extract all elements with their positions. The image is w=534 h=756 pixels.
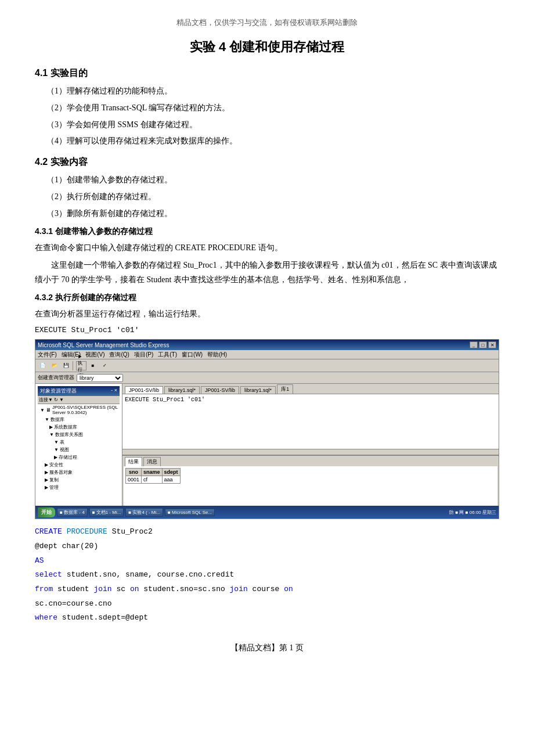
- toolbar-stop[interactable]: ■: [88, 361, 98, 370]
- code-line-2: @dept char(20): [35, 539, 499, 554]
- ss-close-btn[interactable]: ✕: [488, 341, 496, 348]
- menu-view[interactable]: 视图(V): [85, 351, 104, 359]
- menu-project[interactable]: 项目(P): [134, 351, 153, 359]
- tree-item-databases[interactable]: ▼ 数据库: [38, 416, 120, 423]
- tree-procs-icon: ▶: [54, 455, 57, 460]
- cell-sname: cf: [142, 476, 163, 484]
- section-431-heading: 4.3.1 创建带输入参数的存储过程: [35, 226, 499, 237]
- list-item-41-2: （2）学会使用 Transact-SQL 编写存储过程的方法。: [46, 101, 499, 115]
- tree-item-label: 系统数据库: [54, 424, 77, 430]
- taskbar-btn-1[interactable]: ■ 数据库 - 4: [57, 508, 88, 517]
- toolbar-save[interactable]: 💾: [61, 361, 71, 370]
- toolbar-new[interactable]: 📄: [38, 361, 48, 370]
- section-432-body: 在查询分析器里运行存储过程，输出运行结果。: [35, 307, 499, 321]
- code-line-3: AS: [35, 554, 499, 568]
- code-line-7: where student.sdept=@dept: [35, 611, 499, 625]
- ss-titlebar-buttons: _ □ ✕: [470, 341, 496, 348]
- footer: 【精品文档】第 1 页: [35, 643, 499, 653]
- kw-create: CREATE: [35, 527, 62, 536]
- toolbar-parse[interactable]: ✓: [99, 361, 110, 370]
- list-item-42-2: （2）执行所创建的存储过程。: [46, 190, 499, 204]
- results-tab-messages[interactable]: 消息: [143, 457, 161, 466]
- tree-item-tables[interactable]: ▼ 表: [38, 438, 120, 446]
- tree-item-management[interactable]: ▶ 管理: [38, 484, 120, 491]
- code-line-6: sc.cno=course.cno: [35, 597, 499, 611]
- ss-hscrollbar[interactable]: [122, 449, 499, 455]
- tree-item-server-objs[interactable]: ▶ 服务器对象: [38, 469, 120, 476]
- ss-titlebar-text: Microsoft SQL Server Management Studio E…: [38, 342, 169, 348]
- sidebar-filter-btn[interactable]: ▼: [59, 397, 64, 402]
- tree-item-replication[interactable]: ▶ 复制: [38, 476, 120, 484]
- sidebar-refresh-btn[interactable]: ↻: [54, 397, 58, 402]
- code-line-1: CREATE PROCEDURE Stu_Proc2: [35, 525, 499, 539]
- tree-item-views[interactable]: ▼ 视图: [38, 446, 120, 453]
- ss-results-tabs: 结果 消息: [122, 456, 499, 466]
- tree-repl-icon: ▶: [45, 477, 48, 483]
- ss-tabs: JP001-SV/lib library1.sql* JP001-SV/lib …: [122, 384, 499, 394]
- ss-objpane-header: 对象资源管理器 - ×: [38, 386, 120, 396]
- code-line-5: from student join sc on student.sno=sc.s…: [35, 582, 499, 597]
- taskbar-tray: 防 ■ 网 ■ 06:00 星期三: [449, 509, 496, 516]
- menu-window[interactable]: 窗口(W): [182, 351, 203, 359]
- tree-item-label: JP001-SV\SQLEXPRESS (SQL Server 9.0.3042…: [52, 405, 120, 415]
- taskbar-btn-2[interactable]: ■ 文档1 - Mi...: [89, 508, 124, 517]
- objpane-controls: - ×: [111, 387, 117, 395]
- tree-system-icon: ▶: [49, 424, 53, 430]
- sidebar-connect-btn[interactable]: 连接▼: [39, 397, 53, 403]
- tree-item-procs[interactable]: ▶ 存储过程: [38, 453, 120, 461]
- tree-item-label: 数据库关系图: [55, 431, 83, 438]
- tab-4[interactable]: library1.sql*: [240, 386, 276, 394]
- tree-item-security[interactable]: ▶ 安全性: [38, 461, 120, 469]
- ss-minimize-btn[interactable]: _: [470, 341, 478, 348]
- execute-line: EXECUTE Stu_Proc1 'c01': [35, 326, 499, 334]
- cell-sdept: aaa: [162, 476, 180, 484]
- code-line-4: select student.sno, sname, course.cno.cr…: [35, 568, 499, 582]
- tab-3[interactable]: JP001-SV/lib: [201, 386, 239, 394]
- menu-file[interactable]: 文件(F): [38, 351, 57, 359]
- watermark: 精品文档，仅供学习与交流，如有侵权请联系网站删除: [35, 17, 499, 28]
- tree-item-library[interactable]: ▼ 数据库关系图: [38, 431, 120, 438]
- ss-results-panel: 结果 消息 sno sname sdept: [122, 455, 499, 507]
- taskbar-btn-4[interactable]: ■ Microsoft SQL Se...: [165, 509, 215, 516]
- section-431-body1: 在查询命令窗口中输入创建存储过程的 CREATE PROCEDURE 语句。: [35, 240, 499, 255]
- ss-titlebar: Microsoft SQL Server Management Studio E…: [35, 340, 499, 350]
- tree-item-label: 安全性: [49, 462, 63, 468]
- col-sno: sno: [126, 469, 142, 476]
- list-item-42-1: （1）创建带输入参数的存储过程。: [46, 173, 499, 187]
- ss-editor[interactable]: EXECUTE Stu_Proc1 'c01': [122, 394, 499, 449]
- tab-5[interactable]: 库1: [277, 384, 293, 394]
- taskbar-btn-3[interactable]: ■ 实验4 ( - Mi...: [125, 508, 163, 517]
- menu-query[interactable]: 查询(Q): [109, 351, 129, 359]
- col-sname: sname: [142, 469, 163, 476]
- tree-views-icon: ▼: [54, 447, 59, 452]
- tree-security-icon: ▶: [45, 462, 48, 467]
- toolbar-open[interactable]: 📂: [49, 361, 60, 370]
- menu-help[interactable]: 帮助(H): [207, 351, 227, 359]
- tab-1[interactable]: JP001-SV/lib: [125, 386, 163, 394]
- col-sdept: sdept: [162, 469, 180, 476]
- db-label: 创建查询管理器: [38, 374, 74, 381]
- db-selector[interactable]: library: [77, 374, 123, 382]
- ss-taskbar: 开始 ■ 数据库 - 4 ■ 文档1 - Mi... ■ 实验4 ( - Mi.…: [35, 506, 499, 519]
- ss-content-area: JP001-SV/lib library1.sql* JP001-SV/lib …: [122, 384, 499, 516]
- tab-2[interactable]: library1.sql*: [164, 386, 200, 394]
- toolbar-execute[interactable]: ▶ 执行(X): [76, 361, 86, 370]
- taskbar-start-btn[interactable]: 开始: [38, 507, 55, 517]
- results-tab-results[interactable]: 结果: [125, 457, 142, 466]
- proc-name: Stu_Proc2: [112, 527, 153, 536]
- section-41-heading: 4.1 实验目的: [35, 67, 499, 80]
- tree-item-system-db[interactable]: ▶ 系统数据库: [38, 423, 120, 431]
- list-item-41-4: （4）理解可以使用存储过程来完成对数据库的操作。: [46, 134, 499, 148]
- tree-sobj-icon: ▶: [45, 470, 48, 475]
- tree-server-icon: 🖥: [46, 407, 51, 413]
- menu-tools[interactable]: 工具(T): [158, 351, 177, 359]
- ss-toolbar: 📄 📂 💾 ▶ 执行(X) ■ ✓: [35, 359, 499, 372]
- tree-item-label: 复制: [49, 477, 59, 483]
- ss-restore-btn[interactable]: □: [479, 341, 487, 348]
- ss-sidebar-toolbar: 连接▼ ↻ ▼: [38, 396, 120, 404]
- tree-item-label: 管理: [49, 484, 59, 491]
- tree-item-label: 视图: [60, 447, 69, 453]
- page-title: 实验 4 创建和使用存储过程: [35, 38, 499, 56]
- cell-sno: 0001: [126, 476, 142, 484]
- tree-item-server[interactable]: ▼ 🖥 JP001-SV\SQLEXPRESS (SQL Server 9.0.…: [38, 404, 120, 416]
